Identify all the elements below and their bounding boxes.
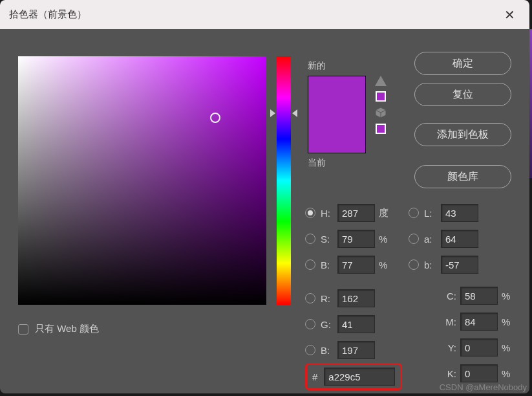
color-swatch [308, 76, 366, 153]
hex-row: # [305, 363, 402, 390]
y-unit: % [502, 342, 517, 353]
l-input[interactable] [441, 204, 478, 222]
h-radio[interactable] [305, 208, 315, 218]
s-radio[interactable] [305, 234, 315, 244]
m-unit: % [502, 316, 517, 327]
r-radio[interactable] [305, 293, 315, 303]
color-libraries-button[interactable]: 颜色库 [414, 165, 511, 188]
warning-column [375, 76, 387, 134]
web-only-row: 只有 Web 颜色 [18, 323, 99, 335]
new-color-label: 新的 [308, 60, 366, 72]
add-to-swatches-button[interactable]: 添加到色板 [414, 123, 511, 146]
k-unit: % [502, 368, 517, 379]
window-title: 拾色器（前景色） [9, 8, 499, 21]
swatch-area: 新的 当前 [308, 60, 366, 169]
web-safe-warning-icon[interactable] [375, 107, 387, 118]
s-input[interactable] [337, 230, 375, 248]
b-lab-input[interactable] [441, 256, 478, 274]
hex-hash-label: # [312, 371, 317, 382]
l-radio[interactable] [409, 208, 419, 218]
web-only-checkbox[interactable] [18, 324, 28, 335]
reset-button[interactable]: 复位 [414, 83, 511, 106]
color-field-cursor[interactable] [210, 113, 220, 123]
m-input[interactable] [460, 313, 498, 331]
b-lab-label: b: [424, 259, 441, 270]
current-color-swatch[interactable] [308, 115, 365, 153]
y-input[interactable] [460, 338, 498, 357]
r-label: R: [321, 293, 337, 304]
web-only-label: 只有 Web 颜色 [35, 323, 99, 335]
b-rgb-input[interactable] [337, 341, 375, 359]
b-hsb-label: B: [321, 259, 337, 270]
c-unit: % [502, 291, 517, 302]
s-unit: % [379, 234, 394, 245]
cmyk-fields: C: % M: % Y: % K: % [438, 283, 517, 386]
c-label: C: [438, 291, 456, 302]
s-label: S: [321, 234, 337, 245]
b-hsb-radio[interactable] [305, 259, 315, 270]
y-label: Y: [438, 342, 456, 353]
new-color-swatch[interactable] [308, 76, 365, 115]
a-radio[interactable] [409, 234, 419, 244]
k-input[interactable] [460, 364, 498, 382]
l-label: L: [424, 208, 441, 219]
h-unit: 度 [379, 207, 394, 219]
gamut-warning-icon[interactable] [375, 76, 387, 86]
c-input[interactable] [460, 287, 498, 305]
a-label: a: [424, 234, 441, 245]
h-input[interactable] [337, 204, 375, 222]
g-radio[interactable] [305, 319, 315, 329]
gamut-nearest-swatch[interactable] [376, 91, 386, 102]
b-lab-radio[interactable] [409, 259, 419, 270]
current-color-label: 当前 [308, 157, 366, 169]
dialog-body: 新的 当前 确定 复位 添加到色板 颜色库 H: 度 [0, 29, 529, 393]
a-input[interactable] [441, 230, 478, 248]
hue-slider-thumb-right[interactable] [292, 109, 297, 117]
watermark: CSDN @aMereNobody [440, 382, 527, 392]
close-icon[interactable]: ✕ [499, 5, 520, 25]
web-safe-nearest-swatch[interactable] [376, 124, 386, 134]
k-label: K: [438, 368, 456, 379]
ok-button[interactable]: 确定 [414, 52, 511, 75]
hue-slider-thumb-left[interactable] [270, 109, 275, 117]
b-hsb-input[interactable] [337, 256, 375, 274]
color-picker-dialog: 拾色器（前景色） ✕ 新的 当前 确定 复位 添加到色板 [0, 0, 529, 393]
g-input[interactable] [337, 315, 375, 333]
b-hsb-unit: % [379, 259, 394, 270]
titlebar[interactable]: 拾色器（前景色） ✕ [0, 0, 529, 29]
color-field[interactable] [18, 56, 266, 305]
hue-slider[interactable] [277, 56, 291, 305]
g-label: G: [321, 319, 337, 330]
r-input[interactable] [337, 289, 375, 307]
b-rgb-radio[interactable] [305, 345, 315, 355]
m-label: M: [438, 316, 456, 327]
hex-input[interactable] [324, 368, 395, 386]
b-rgb-label: B: [321, 345, 337, 356]
h-label: H: [321, 208, 337, 219]
